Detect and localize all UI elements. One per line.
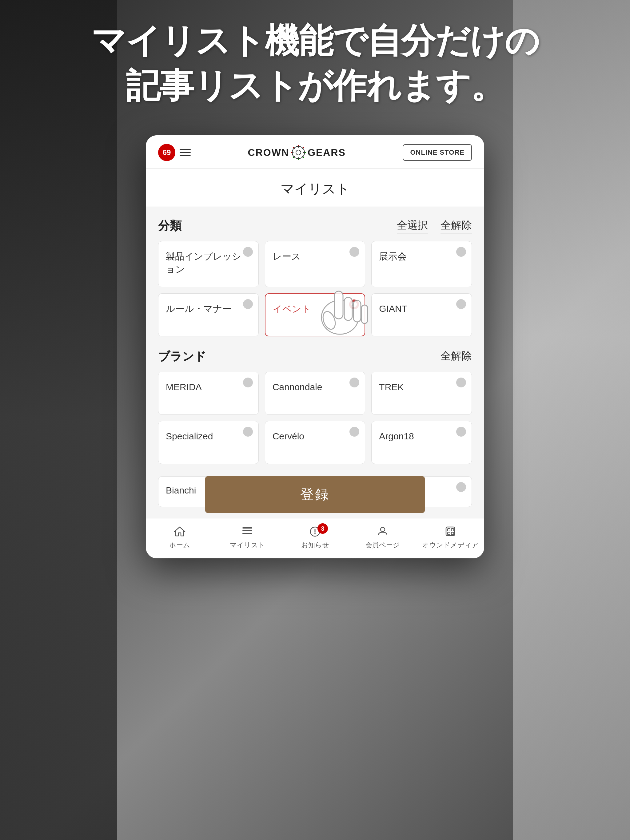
svg-point-10 — [298, 145, 299, 146]
header-logo: CROWN — [248, 145, 346, 161]
category-item-2[interactable]: 展示会 — [371, 241, 472, 287]
brand-partial-label-0: Bianchi — [166, 485, 196, 496]
category-item-4[interactable]: イベント — [265, 293, 366, 336]
brand-item-label-0: MERIDA — [166, 381, 202, 393]
svg-point-23 — [321, 310, 337, 331]
brand-item-0[interactable]: MERIDA — [158, 372, 259, 415]
brand-item-label-5: Argon18 — [379, 430, 414, 443]
category-section-title: 分類 — [158, 218, 182, 234]
brand-grid: MERIDA Cannondale TREK Specialized — [158, 372, 472, 464]
brand-checkbox-0 — [243, 377, 253, 387]
brand-item-2[interactable]: TREK — [371, 372, 472, 415]
nav-item-media[interactable]: オウンドメディア — [416, 524, 484, 550]
brand-partial-checkbox-2 — [456, 482, 466, 492]
home-icon — [172, 524, 188, 538]
svg-rect-19 — [334, 291, 343, 319]
category-checkbox-5 — [456, 299, 466, 309]
nav-item-notification[interactable]: 3 お知らせ — [281, 524, 349, 550]
category-item-label-5: GIANT — [379, 302, 407, 315]
nav-label-media: オウンドメディア — [422, 540, 479, 550]
svg-point-30 — [314, 533, 316, 534]
bottom-navigation: ホーム マイリスト — [146, 518, 484, 558]
brand-item-5[interactable]: Argon18 — [371, 421, 472, 464]
hamburger-menu-icon[interactable] — [180, 149, 191, 156]
svg-point-1 — [296, 150, 301, 155]
category-deselect-all[interactable]: 全解除 — [440, 218, 472, 234]
category-item-1[interactable]: レース — [265, 241, 366, 287]
svg-rect-35 — [448, 532, 450, 535]
svg-rect-27 — [242, 533, 252, 534]
brand-item-4[interactable]: Cervélo — [265, 421, 366, 464]
bg-figure-left — [0, 0, 117, 840]
category-select-all[interactable]: 全選択 — [397, 218, 428, 234]
brand-checkbox-3 — [243, 427, 253, 437]
nav-item-home[interactable]: ホーム — [146, 524, 214, 550]
brand-checkbox-4 — [350, 427, 359, 437]
category-section-header: 分類 全選択 全解除 — [158, 218, 472, 234]
header-left: 69 — [158, 144, 191, 161]
svg-rect-33 — [448, 529, 450, 531]
register-area: Bianchi PINARELLO Wilier 登録 — [158, 476, 472, 507]
category-item-label-1: レース — [272, 250, 301, 263]
svg-marker-24 — [174, 527, 185, 536]
svg-rect-34 — [451, 529, 454, 531]
svg-point-17 — [293, 157, 294, 158]
online-store-button[interactable]: ONLINE STORE — [403, 144, 472, 161]
nav-label-member: 会員ページ — [366, 540, 400, 550]
page-title-section: マイリスト — [146, 169, 484, 207]
user-icon — [375, 524, 391, 538]
category-item-0[interactable]: 製品インプレッション — [158, 241, 259, 287]
badge-number: 69 — [158, 144, 175, 161]
category-item-label-2: 展示会 — [379, 250, 407, 263]
brand-checkbox-2 — [456, 377, 466, 387]
category-item-3[interactable]: ルール・マナー — [158, 293, 259, 336]
brand-section-title: ブランド — [158, 349, 206, 364]
svg-rect-26 — [242, 530, 252, 531]
category-checkbox-1 — [350, 247, 359, 257]
category-item-label-3: ルール・マナー — [166, 302, 232, 315]
category-grid: 製品インプレッション レース 展示会 ルール・マナー — [158, 241, 472, 336]
media-icon — [442, 524, 458, 538]
svg-point-14 — [293, 147, 294, 148]
category-checkbox-2 — [456, 247, 466, 257]
app-header: 69 CROWN — [146, 135, 484, 169]
brand-item-1[interactable]: Cannondale — [265, 372, 366, 415]
svg-point-16 — [303, 147, 304, 148]
category-item-label-4: イベント — [273, 303, 311, 316]
content-area: 分類 全選択 全解除 製品インプレッション レース 展示会 — [146, 207, 484, 518]
phone-frame: 69 CROWN — [146, 135, 484, 558]
nav-item-mylist[interactable]: マイリスト — [214, 524, 281, 550]
brand-deselect-all[interactable]: 全解除 — [440, 349, 472, 364]
list-icon — [239, 524, 255, 538]
category-actions: 全選択 全解除 — [397, 218, 472, 234]
nav-label-home: ホーム — [169, 540, 190, 550]
brand-checkbox-5 — [456, 427, 466, 437]
brand-checkbox-1 — [350, 377, 359, 387]
headline-text: マイリスト機能で自分だけの 記事リストが作れます。 — [25, 19, 605, 108]
brand-item-label-2: TREK — [379, 381, 404, 393]
svg-point-11 — [298, 159, 299, 160]
nav-item-member[interactable]: 会員ページ — [349, 524, 416, 550]
notification-badge: 3 — [317, 523, 328, 534]
register-button[interactable]: 登録 — [205, 476, 425, 513]
nav-label-mylist: マイリスト — [230, 540, 265, 550]
svg-point-12 — [291, 152, 292, 153]
nav-label-notification: お知らせ — [301, 540, 329, 550]
brand-section: ブランド 全解除 MERIDA Cannondale TREK — [158, 349, 472, 507]
svg-rect-22 — [361, 305, 367, 324]
category-checkbox-4 — [349, 300, 359, 309]
category-checkbox-0 — [243, 247, 253, 257]
svg-point-15 — [303, 157, 304, 158]
category-item-5[interactable]: GIANT — [371, 293, 472, 336]
svg-point-31 — [380, 527, 385, 532]
brand-item-label-3: Specialized — [166, 430, 213, 443]
headline-section: マイリスト機能で自分だけの 記事リストが作れます。 — [0, 19, 630, 108]
logo-right: GEARS — [308, 147, 346, 158]
page-title: マイリスト — [158, 180, 472, 198]
brand-item-label-4: Cervélo — [272, 430, 304, 443]
brand-section-header: ブランド 全解除 — [158, 349, 472, 364]
brand-item-3[interactable]: Specialized — [158, 421, 259, 464]
category-item-label-0: 製品インプレッション — [166, 250, 251, 276]
logo-left: CROWN — [248, 147, 289, 158]
phone-wrapper: 69 CROWN — [146, 135, 484, 558]
